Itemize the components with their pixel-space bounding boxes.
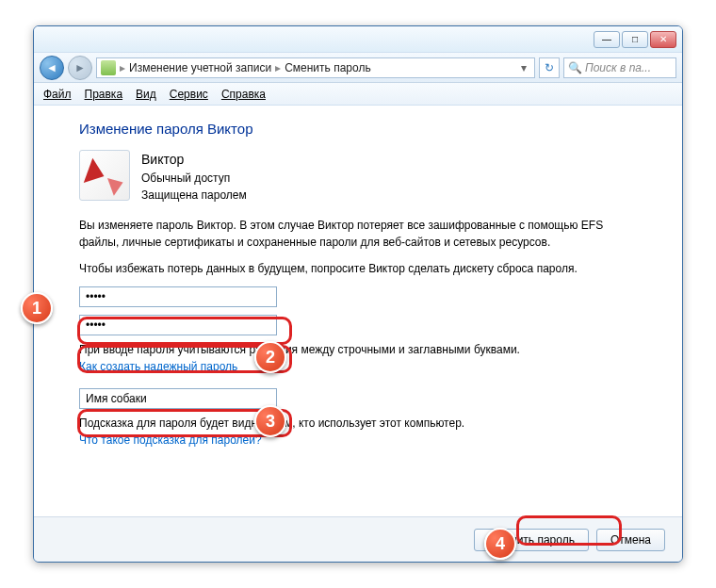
page-title: Изменение пароля Виктор xyxy=(79,121,656,137)
cancel-button[interactable]: Отмена xyxy=(596,529,665,551)
what-is-hint-link[interactable]: Что такое подсказка для паролей? xyxy=(79,433,262,447)
minimize-icon: — xyxy=(602,34,611,44)
strong-password-link[interactable]: Как создать надежный пароль xyxy=(79,360,237,373)
close-icon: ✕ xyxy=(659,34,667,44)
menubar: Файл Правка Вид Сервис Справка xyxy=(34,83,682,106)
breadcrumb-segment-1[interactable]: Изменение учетной записи xyxy=(129,61,271,74)
navbar: ◄ ► ▸ Изменение учетной записи ▸ Сменить… xyxy=(34,53,682,83)
arrow-right-icon: ► xyxy=(74,61,86,74)
breadcrumb-segment-2[interactable]: Сменить пароль xyxy=(285,61,371,74)
nav-forward-button[interactable]: ► xyxy=(68,56,92,80)
new-password-input[interactable] xyxy=(79,286,277,307)
chevron-right-icon: ▸ xyxy=(275,61,281,74)
hint-visibility-note: Подсказка для пароля будет видна всем, к… xyxy=(79,416,656,430)
breadcrumb-dropdown[interactable]: ▾ xyxy=(517,61,530,74)
warning-text-2: Чтобы избежать потерь данных в будущем, … xyxy=(79,260,626,277)
close-button[interactable]: ✕ xyxy=(650,31,676,48)
search-placeholder: Поиск в па... xyxy=(585,61,651,74)
arrow-left-icon: ◄ xyxy=(46,61,57,74)
menu-help[interactable]: Справка xyxy=(221,88,266,101)
confirm-password-input[interactable] xyxy=(79,315,277,335)
menu-view[interactable]: Вид xyxy=(136,88,156,101)
window-frame: — □ ✕ ◄ ► ▸ Изменение учетной записи ▸ С… xyxy=(33,25,683,563)
menu-tools[interactable]: Сервис xyxy=(170,88,208,101)
case-sensitivity-hint: При вводе пароля учитываются различия ме… xyxy=(79,343,656,356)
warning-text-1: Вы изменяете пароль Виктор. В этом случа… xyxy=(79,217,626,251)
titlebar: — □ ✕ xyxy=(34,26,682,53)
maximize-button[interactable]: □ xyxy=(622,31,648,48)
search-input[interactable]: 🔍 Поиск в па... xyxy=(563,57,676,78)
content-area: Изменение пароля Виктор Виктор Обычный д… xyxy=(34,106,682,516)
search-icon: 🔍 xyxy=(568,61,582,74)
footer: Сменить пароль Отмена xyxy=(34,516,682,562)
menu-file[interactable]: Файл xyxy=(43,88,72,101)
user-name: Виктор xyxy=(141,150,247,170)
maximize-icon: □ xyxy=(632,34,638,44)
user-text: Виктор Обычный доступ Защищена паролем xyxy=(141,150,247,204)
refresh-button[interactable]: ↻ xyxy=(539,57,560,78)
control-panel-icon xyxy=(101,60,116,75)
password-hint-input[interactable] xyxy=(79,388,277,409)
user-status: Защищена паролем xyxy=(141,187,247,204)
avatar xyxy=(79,150,130,201)
user-role: Обычный доступ xyxy=(141,170,247,187)
menu-edit[interactable]: Правка xyxy=(85,88,123,101)
refresh-icon: ↻ xyxy=(545,61,554,74)
minimize-button[interactable]: — xyxy=(594,31,620,48)
user-block: Виктор Обычный доступ Защищена паролем xyxy=(79,150,656,204)
chevron-right-icon: ▸ xyxy=(120,61,125,74)
change-password-button[interactable]: Сменить пароль xyxy=(474,529,589,551)
nav-back-button[interactable]: ◄ xyxy=(40,56,64,80)
breadcrumb[interactable]: ▸ Изменение учетной записи ▸ Сменить пар… xyxy=(96,57,535,78)
